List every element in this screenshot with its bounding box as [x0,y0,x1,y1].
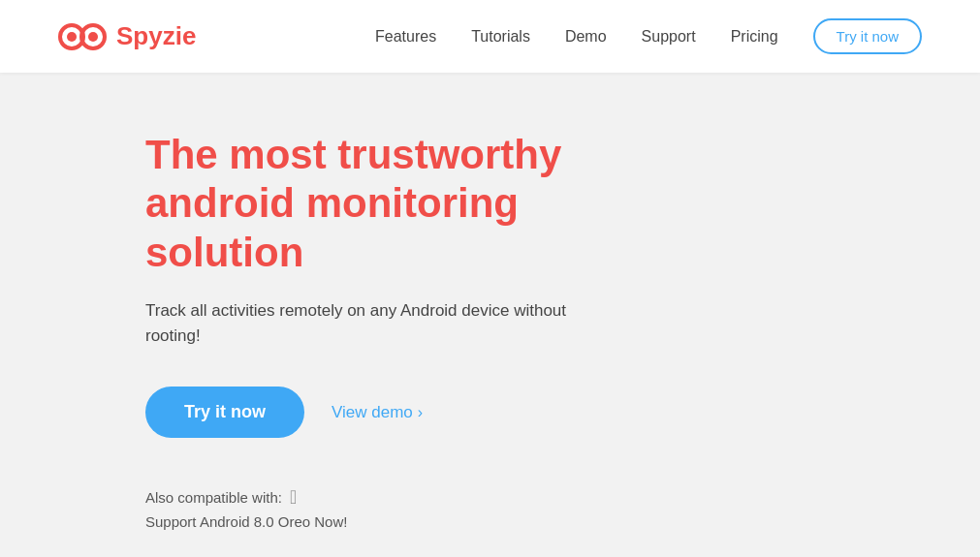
compat-label: Also compatible with: [145,489,282,506]
hero-try-button[interactable]: Try it now [145,387,304,438]
logo-icon [58,18,107,55]
compat-row: Also compatible with:  [145,486,620,509]
site-header: Spyzie Features Tutorials Demo Support P… [0,0,980,73]
hero-title: The most trustworthy android monitoring … [145,131,620,277]
chevron-right-icon: › [418,404,423,421]
compat-section: Also compatible with:  Support Android … [145,486,620,530]
apple-icon:  [290,486,297,509]
cta-row: Try it now View demo › [145,387,620,438]
header-try-button[interactable]: Try it now [813,18,922,54]
nav-features[interactable]: Features [375,28,436,46]
nav-pricing[interactable]: Pricing [731,28,778,46]
nav-tutorials[interactable]: Tutorials [471,28,530,46]
nav-support[interactable]: Support [642,28,696,46]
logo-area[interactable]: Spyzie [58,18,196,55]
main-nav: Features Tutorials Demo Support Pricing … [375,18,922,54]
hero-section: The most trustworthy android monitoring … [0,73,679,557]
svg-point-2 [67,32,77,42]
svg-point-3 [88,32,98,42]
view-demo-link[interactable]: View demo › [332,403,423,422]
brand-name: Spyzie [116,21,196,51]
nav-demo[interactable]: Demo [565,28,607,46]
android-note: Support Android 8.0 Oreo Now! [145,513,620,530]
hero-subtitle: Track all activities remotely on any And… [145,298,620,348]
view-demo-label: View demo [332,403,413,422]
